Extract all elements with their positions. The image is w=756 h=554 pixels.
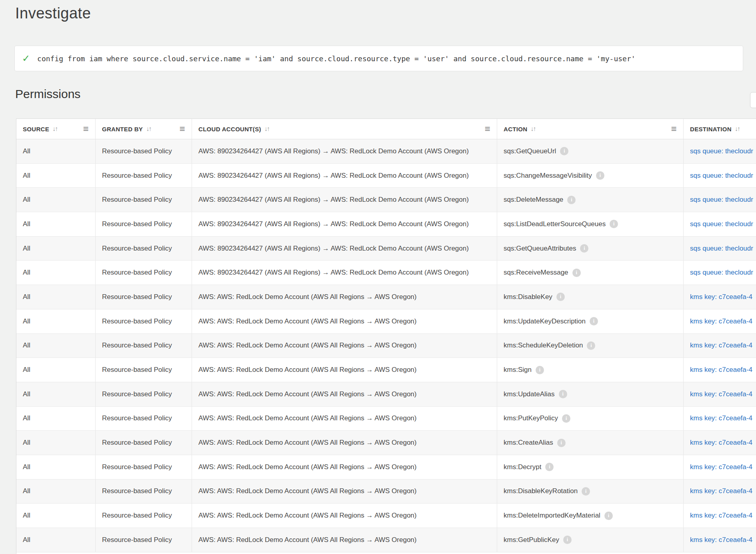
- action-label: sqs:ListDeadLetterSourceQueues: [504, 220, 606, 228]
- destination-link[interactable]: kms key: c7ceaefa-4: [690, 536, 752, 544]
- column-header-cloud_accounts[interactable]: CLOUD ACCOUNT(S)↓↑≡: [192, 119, 497, 139]
- destination-link[interactable]: kms key: c7ceaefa-4: [690, 293, 752, 301]
- cell-source: All: [16, 309, 96, 333]
- destination-link[interactable]: sqs queue: thecloudr: [690, 269, 753, 277]
- cell-granted-by: Resource-based Policy: [96, 212, 192, 236]
- cell-source: All: [16, 212, 96, 236]
- destination-link[interactable]: kms key: c7ceaefa-4: [690, 487, 752, 495]
- column-header-source[interactable]: SOURCE↓↑≡: [16, 119, 96, 139]
- column-header-destination[interactable]: DESTINATION↓↑: [684, 119, 756, 139]
- cell-source: All: [16, 188, 96, 212]
- info-icon[interactable]: i: [582, 487, 590, 496]
- column-header-action[interactable]: ACTION↓↑≡: [497, 119, 684, 139]
- cell-action: kms:UpdateAliasi: [497, 382, 684, 406]
- cell-granted-by: Resource-based Policy: [96, 309, 192, 333]
- cell-source: All: [16, 528, 96, 552]
- sort-icon[interactable]: ↓↑: [530, 125, 535, 132]
- cell-action: kms:UpdateKeyDescriptioni: [497, 309, 684, 333]
- sort-icon[interactable]: ↓↑: [735, 125, 740, 132]
- query-input[interactable]: ✓ config from iam where source.cloud.ser…: [14, 46, 743, 71]
- cell-granted-by: Resource-based Policy: [96, 188, 192, 212]
- action-label: kms:DeleteImportedKeyMaterial: [504, 512, 600, 520]
- filter-menu-icon[interactable]: ≡: [79, 124, 89, 133]
- info-icon[interactable]: i: [587, 341, 595, 350]
- destination-link[interactable]: sqs queue: thecloudr: [690, 147, 753, 155]
- query-text[interactable]: config from iam where source.cloud.servi…: [37, 54, 636, 63]
- table-row: AllResource-based PolicyAWS: AWS: RedLoc…: [16, 334, 756, 358]
- cell-action: kms:DeleteImportedKeyMateriali: [497, 504, 684, 528]
- action-label: kms:GetPublicKey: [504, 536, 559, 544]
- filter-menu-icon[interactable]: ≡: [667, 124, 677, 133]
- cell-granted-by: Resource-based Policy: [96, 358, 192, 382]
- sort-icon[interactable]: ↓↑: [146, 125, 151, 132]
- table-options-button[interactable]: [750, 92, 756, 108]
- action-label: sqs:ChangeMessageVisibility: [504, 172, 592, 180]
- destination-link[interactable]: kms key: c7ceaefa-4: [690, 366, 752, 374]
- filter-menu-icon[interactable]: ≡: [176, 124, 185, 133]
- action-label: kms:DisableKey: [504, 293, 552, 301]
- table-row: AllResource-based PolicyAWS: 89023426442…: [16, 261, 756, 285]
- info-icon[interactable]: i: [567, 196, 576, 204]
- destination-link[interactable]: kms key: c7ceaefa-4: [690, 463, 752, 471]
- cell-granted-by: Resource-based Policy: [96, 139, 192, 163]
- info-icon[interactable]: i: [556, 293, 565, 301]
- table-row: AllResource-based PolicyAWS: 89023426442…: [16, 139, 756, 164]
- info-icon[interactable]: i: [604, 512, 613, 520]
- destination-link[interactable]: sqs queue: thecloudr: [690, 196, 753, 204]
- cell-source: All: [16, 504, 96, 528]
- cell-destination: sqs queue: thecloudr: [684, 188, 756, 212]
- info-icon[interactable]: i: [572, 269, 581, 277]
- cell-destination: kms key: c7ceaefa-4: [684, 504, 756, 528]
- cell-cloud-accounts: AWS: 890234264427 (AWS All Regions) → AW…: [192, 212, 497, 236]
- destination-link[interactable]: kms key: c7ceaefa-4: [690, 390, 752, 398]
- info-icon[interactable]: i: [580, 244, 588, 253]
- info-icon[interactable]: i: [596, 171, 604, 180]
- action-label: kms:CreateAlias: [504, 439, 553, 447]
- column-label: CLOUD ACCOUNT(S): [198, 126, 261, 132]
- action-label: kms:ScheduleKeyDeletion: [504, 341, 583, 349]
- action-label: kms:UpdateAlias: [504, 390, 555, 398]
- table-row: AllResource-based PolicyAWS: AWS: RedLoc…: [16, 455, 756, 480]
- info-icon[interactable]: i: [563, 536, 572, 544]
- info-icon[interactable]: i: [560, 147, 568, 155]
- destination-link[interactable]: kms key: c7ceaefa-4: [690, 414, 752, 422]
- cell-action: kms:ScheduleKeyDeletioni: [497, 334, 684, 358]
- cell-action: kms:PutKeyPolicyi: [497, 407, 684, 431]
- destination-link[interactable]: kms key: c7ceaefa-4: [690, 341, 752, 349]
- cell-source: All: [16, 358, 96, 382]
- action-label: sqs:GetQueueUrl: [504, 147, 556, 155]
- destination-link[interactable]: sqs queue: thecloudr: [690, 172, 753, 180]
- info-icon[interactable]: i: [590, 317, 598, 325]
- cell-granted-by: Resource-based Policy: [96, 334, 192, 358]
- info-icon[interactable]: i: [557, 439, 566, 447]
- cell-source: All: [16, 407, 96, 431]
- info-icon[interactable]: i: [610, 220, 618, 228]
- cell-action: sqs:ListDeadLetterSourceQueuesi: [497, 212, 684, 236]
- cell-action: sqs:DeleteMessagei: [497, 188, 684, 212]
- cell-source: All: [16, 261, 96, 285]
- cell-source: All: [16, 285, 96, 309]
- info-icon[interactable]: i: [536, 366, 544, 374]
- info-icon[interactable]: i: [559, 390, 567, 398]
- sort-icon[interactable]: ↓↑: [52, 125, 57, 132]
- cell-source: All: [16, 334, 96, 358]
- destination-link[interactable]: kms key: c7ceaefa-4: [690, 439, 752, 447]
- cell-action: sqs:GetQueueAttributesi: [497, 237, 684, 261]
- sort-icon[interactable]: ↓↑: [264, 125, 269, 132]
- destination-link[interactable]: kms key: c7ceaefa-4: [690, 512, 752, 520]
- cell-destination: sqs queue: thecloudr: [684, 261, 756, 285]
- cell-source: All: [16, 455, 96, 479]
- info-icon[interactable]: i: [562, 414, 570, 423]
- info-icon[interactable]: i: [545, 463, 554, 471]
- destination-link[interactable]: sqs queue: thecloudr: [690, 245, 753, 253]
- cell-destination: kms key: c7ceaefa-4: [684, 382, 756, 406]
- cell-action: kms:CreateAliasi: [497, 431, 684, 455]
- action-label: sqs:DeleteMessage: [504, 196, 563, 204]
- destination-link[interactable]: sqs queue: thecloudr: [690, 220, 753, 228]
- cell-granted-by: Resource-based Policy: [96, 237, 192, 261]
- destination-link[interactable]: kms key: c7ceaefa-4: [690, 317, 752, 325]
- filter-menu-icon[interactable]: ≡: [481, 124, 490, 133]
- column-header-granted_by[interactable]: GRANTED BY↓↑≡: [96, 119, 192, 139]
- column-label: ACTION: [504, 126, 527, 132]
- table-row: AllResource-based PolicyAWS: AWS: RedLoc…: [16, 358, 756, 382]
